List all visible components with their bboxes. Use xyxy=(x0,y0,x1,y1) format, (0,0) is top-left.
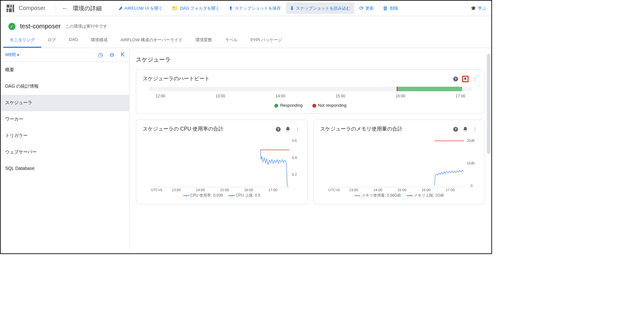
learn-button[interactable]: 🎓学ぶ xyxy=(471,5,486,11)
svg-text:?: ? xyxy=(455,127,457,131)
svg-text:?: ? xyxy=(277,127,279,131)
svg-rect-1 xyxy=(10,5,12,7)
open-dag-folder-button[interactable]: 📁DAG フォルダを開く xyxy=(168,3,223,14)
more-icon[interactable]: ⋮ xyxy=(294,126,301,132)
heartbeat-chart xyxy=(149,87,472,91)
refresh-icon: ⟳ xyxy=(359,5,364,11)
sidebar-item-webserver[interactable]: ウェブサーバー xyxy=(1,144,129,161)
svg-text:16:00: 16:00 xyxy=(244,188,253,192)
save-snapshot-button[interactable]: ⬆スナップショットを保存 xyxy=(225,3,285,14)
environment-header: ✓ test-composer この環境は実行中です xyxy=(1,16,491,33)
memory-card: スケジューラのメモリ使用量の合計 ? ⋮ 2GiB 1GiB 0 xyxy=(313,120,485,204)
environment-name: test-composer xyxy=(20,23,61,30)
svg-rect-0 xyxy=(6,5,9,7)
help-icon[interactable]: ? xyxy=(452,126,459,132)
refresh-button[interactable]: ⟳更新 xyxy=(355,3,378,14)
alert-bell-icon[interactable] xyxy=(462,126,469,132)
memory-chart: 2GiB 1GiB 0 UTC+9 13:00 14:00 15:00 16:0… xyxy=(320,137,478,192)
sidebar-item-scheduler[interactable]: スケジューラ xyxy=(1,95,129,111)
tab-env-config[interactable]: 環境構成 xyxy=(84,33,114,48)
save-icon: ⬆ xyxy=(229,5,233,11)
svg-text:13:00: 13:00 xyxy=(349,188,358,192)
environment-status: この環境は実行中です xyxy=(65,24,107,29)
memory-legend: メモリ使用量: 0.56GiB メモリ上限: 2GiB xyxy=(320,193,478,198)
tab-monitoring[interactable]: モニタリング xyxy=(3,33,41,48)
svg-text:2GiB: 2GiB xyxy=(467,139,475,142)
tab-airflow-override[interactable]: AIRFLOW 構成のオーバーライド xyxy=(114,33,189,48)
trash-icon: 🗑 xyxy=(383,5,388,11)
download-icon: ⬇ xyxy=(290,5,294,11)
help-icon[interactable]: ? xyxy=(452,76,459,82)
cpu-chart: 0.6 0.4 0.2 UTC+9 13:00 14:00 15:00 16:0… xyxy=(143,137,301,192)
scrollbar[interactable] xyxy=(487,54,491,154)
svg-rect-2 xyxy=(13,5,14,12)
product-name: Composer xyxy=(19,5,45,12)
svg-text:13:00: 13:00 xyxy=(172,188,181,192)
time-range-dropdown[interactable]: 6時間 ▾ xyxy=(5,52,19,58)
external-link-icon: ⬈ xyxy=(118,5,123,11)
svg-text:15:00: 15:00 xyxy=(398,188,407,192)
more-icon[interactable]: ⋮ xyxy=(472,76,478,82)
sidebar-item-dag-stats[interactable]: DAG の統計情報 xyxy=(1,78,129,95)
svg-text:?: ? xyxy=(455,77,457,81)
tab-pypi[interactable]: PYPI パッケージ xyxy=(244,33,289,48)
heartbeat-title: スケジューラのハートビート xyxy=(143,75,452,82)
tab-env-vars[interactable]: 環境変数 xyxy=(189,33,219,48)
sidebar-item-triggerer[interactable]: トリガラー xyxy=(1,128,129,144)
memory-title: スケジューラのメモリ使用量の合計 xyxy=(320,126,452,132)
chevron-down-icon: ▾ xyxy=(17,53,19,57)
cpu-legend: CPU 使用率: 0.039 CPU 上限: 0.5 xyxy=(143,193,301,198)
svg-text:17:00: 17:00 xyxy=(446,188,455,192)
svg-text:17:00: 17:00 xyxy=(269,188,278,192)
more-icon[interactable]: ⋮ xyxy=(472,126,478,132)
svg-rect-4 xyxy=(9,8,12,12)
svg-text:0.4: 0.4 xyxy=(292,156,297,160)
cpu-card: スケジューラの CPU 使用率の合計 ? ⋮ 0.6 0.4 0.2 xyxy=(136,120,308,204)
svg-text:UTC+9: UTC+9 xyxy=(328,188,340,192)
skip-back-icon[interactable]: K xyxy=(121,51,125,58)
delete-button[interactable]: 🗑削除 xyxy=(379,3,402,14)
clock-icon[interactable]: ◷ xyxy=(98,51,103,58)
cpu-title: スケジューラの CPU 使用率の合計 xyxy=(143,126,275,132)
alert-bell-icon[interactable] xyxy=(462,76,469,82)
heartbeat-legend: Responding Not responding xyxy=(149,103,472,108)
svg-text:16:00: 16:00 xyxy=(422,188,431,192)
heartbeat-card: スケジューラのハートビート ? ⋮ xyxy=(136,69,485,114)
tabs: モニタリング ログ DAG 環境構成 AIRFLOW 構成のオーバーライド 環境… xyxy=(1,33,491,48)
tab-logs[interactable]: ログ xyxy=(41,33,62,48)
heartbeat-x-axis: 12:00 13:00 14:00 15:00 16:00 17:00 xyxy=(149,94,472,98)
svg-text:15:00: 15:00 xyxy=(220,188,229,192)
load-snapshot-button[interactable]: ⬇スナップショットを読み込む xyxy=(286,3,354,14)
svg-text:14:00: 14:00 xyxy=(374,188,383,192)
status-ok-icon: ✓ xyxy=(8,23,15,30)
sidebar-item-worker[interactable]: ワーカー xyxy=(1,111,129,128)
svg-text:0.2: 0.2 xyxy=(292,172,297,176)
tab-dag[interactable]: DAG xyxy=(62,33,84,48)
main-content: スケジューラ スケジューラのハートビート ? ⋮ xyxy=(129,48,491,250)
alert-bell-icon[interactable] xyxy=(285,126,291,132)
sidebar: 6時間 ▾ ◷ ⊖ K 概要 DAG の統計情報 スケジューラ ワーカー トリガ… xyxy=(1,48,129,250)
time-controls: 6時間 ▾ ◷ ⊖ K xyxy=(1,48,129,62)
section-title: スケジューラ xyxy=(136,56,485,64)
open-airflow-ui-button[interactable]: ⬈AIRFLOW UI を開く xyxy=(115,3,166,14)
graduation-cap-icon: 🎓 xyxy=(471,6,476,11)
composer-logo-icon xyxy=(6,4,15,13)
svg-text:0.6: 0.6 xyxy=(292,139,297,142)
svg-text:0: 0 xyxy=(471,184,473,188)
svg-text:1GiB: 1GiB xyxy=(467,161,475,165)
separator xyxy=(56,5,56,12)
page-title: 環境の詳細 xyxy=(73,5,102,12)
back-button[interactable]: ← xyxy=(60,3,70,14)
tab-labels[interactable]: ラベル xyxy=(219,33,244,48)
folder-icon: 📁 xyxy=(172,5,178,11)
sidebar-item-sql-database[interactable]: SQL Database xyxy=(1,161,129,176)
svg-rect-3 xyxy=(6,8,8,12)
svg-text:14:00: 14:00 xyxy=(196,188,205,192)
svg-text:UTC+9: UTC+9 xyxy=(151,188,162,192)
header: Composer ← 環境の詳細 ⬈AIRFLOW UI を開く 📁DAG フォ… xyxy=(1,1,491,16)
zoom-out-icon[interactable]: ⊖ xyxy=(109,51,114,58)
help-icon[interactable]: ? xyxy=(275,126,281,132)
sidebar-item-overview[interactable]: 概要 xyxy=(1,62,129,78)
